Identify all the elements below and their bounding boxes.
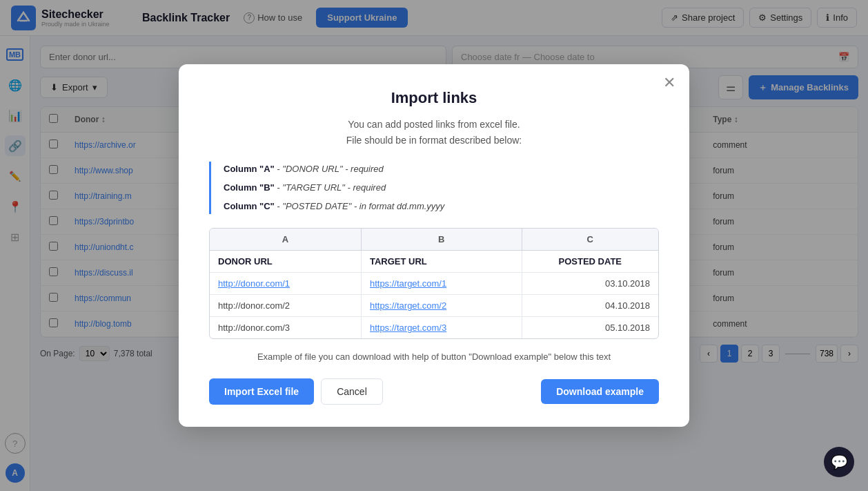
example-table-row: http://donor.com/2 https://target.com/2 … bbox=[210, 295, 658, 317]
modal-columns-info: Column "A" - "DONOR URL" - required Colu… bbox=[209, 162, 659, 214]
import-excel-button[interactable]: Import Excel file bbox=[209, 378, 314, 405]
chat-icon: 💬 bbox=[831, 454, 848, 470]
example-table: A B C DONOR URL TARGET URL POSTED DATE h… bbox=[210, 229, 658, 338]
import-links-modal: ✕ Import links You can add posted links … bbox=[179, 64, 689, 427]
modal-description: You can add posted links from excel file… bbox=[209, 117, 659, 150]
cancel-button[interactable]: Cancel bbox=[321, 378, 383, 405]
example-table-container: A B C DONOR URL TARGET URL POSTED DATE h… bbox=[209, 228, 659, 339]
example-table-header-row: DONOR URL TARGET URL POSTED DATE bbox=[210, 251, 658, 273]
example-table-row: http://donor.com/1 https://target.com/1 … bbox=[210, 273, 658, 295]
modal-overlay[interactable]: ✕ Import links You can add posted links … bbox=[0, 0, 868, 491]
modal-actions: Import Excel file Cancel Download exampl… bbox=[209, 378, 659, 405]
download-example-button[interactable]: Download example bbox=[541, 379, 659, 404]
modal-note: Example of file you can download with he… bbox=[209, 352, 659, 362]
modal-title: Import links bbox=[209, 89, 659, 107]
example-table-row: http://donor.com/3 https://target.com/3 … bbox=[210, 317, 658, 339]
modal-close-button[interactable]: ✕ bbox=[663, 75, 675, 90]
chat-widget[interactable]: 💬 bbox=[824, 447, 854, 477]
